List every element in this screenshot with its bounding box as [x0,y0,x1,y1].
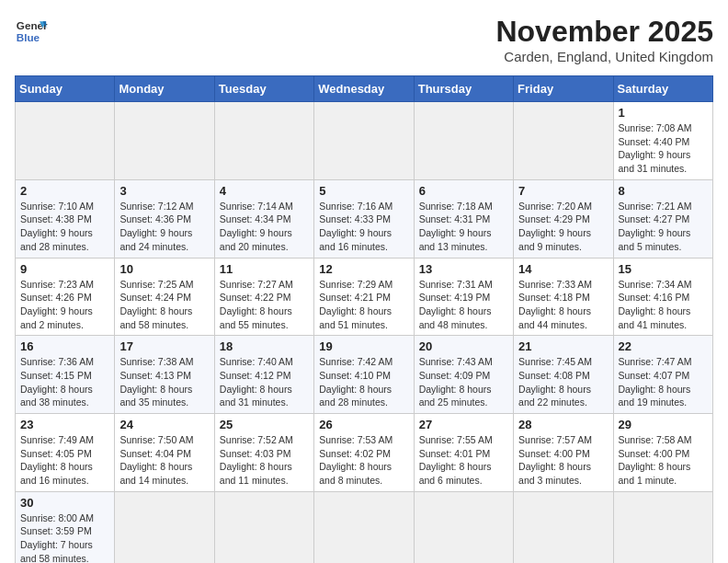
day-info: Sunrise: 7:53 AM Sunset: 4:02 PM Dayligh… [319,433,408,488]
day-info: Sunrise: 7:49 AM Sunset: 4:05 PM Dayligh… [20,433,109,488]
day-number: 16 [20,339,109,353]
column-header-thursday: Thursday [414,76,513,102]
calendar-cell [214,491,313,563]
calendar-header-row: SundayMondayTuesdayWednesdayThursdayFrid… [16,76,713,102]
column-header-saturday: Saturday [613,76,712,102]
column-header-friday: Friday [514,76,613,102]
day-info: Sunrise: 7:45 AM Sunset: 4:08 PM Dayligh… [518,355,608,409]
calendar-cell: 9Sunrise: 7:23 AM Sunset: 4:26 PM Daylig… [16,258,115,336]
day-info: Sunrise: 7:16 AM Sunset: 4:33 PM Dayligh… [319,200,408,254]
calendar-cell: 7Sunrise: 7:20 AM Sunset: 4:29 PM Daylig… [514,179,613,258]
calendar-cell: 26Sunrise: 7:53 AM Sunset: 4:02 PM Dayli… [314,414,414,492]
calendar-cell: 29Sunrise: 7:58 AM Sunset: 4:00 PM Dayli… [613,414,712,492]
calendar-cell: 12Sunrise: 7:29 AM Sunset: 4:21 PM Dayli… [314,258,414,336]
calendar-cell [214,102,313,180]
calendar-week-row: 23Sunrise: 7:49 AM Sunset: 4:05 PM Dayli… [16,414,713,492]
calendar-cell [314,491,414,563]
calendar-week-row: 9Sunrise: 7:23 AM Sunset: 4:26 PM Daylig… [16,258,713,336]
calendar-cell: 8Sunrise: 7:21 AM Sunset: 4:27 PM Daylig… [613,179,712,258]
calendar-week-row: 1Sunrise: 7:08 AM Sunset: 4:40 PM Daylig… [16,102,713,180]
day-info: Sunrise: 7:14 AM Sunset: 4:34 PM Dayligh… [220,200,309,254]
calendar-cell: 15Sunrise: 7:34 AM Sunset: 4:16 PM Dayli… [613,258,712,336]
day-number: 11 [220,262,309,276]
calendar-cell [115,491,214,563]
calendar-week-row: 16Sunrise: 7:36 AM Sunset: 4:15 PM Dayli… [16,336,713,414]
day-number: 26 [319,418,408,431]
day-number: 18 [220,339,309,353]
calendar-week-row: 30Sunrise: 8:00 AM Sunset: 3:59 PM Dayli… [16,491,713,563]
calendar-cell: 19Sunrise: 7:42 AM Sunset: 4:10 PM Dayli… [314,336,414,414]
logo-icon: General Blue [15,15,48,48]
day-info: Sunrise: 7:34 AM Sunset: 4:16 PM Dayligh… [619,278,708,332]
day-number: 20 [419,339,508,353]
day-info: Sunrise: 7:36 AM Sunset: 4:15 PM Dayligh… [20,355,109,409]
column-header-tuesday: Tuesday [214,76,313,102]
day-number: 19 [319,339,408,353]
day-number: 21 [518,339,608,353]
logo: General Blue [15,15,48,48]
day-info: Sunrise: 7:42 AM Sunset: 4:10 PM Dayligh… [319,355,408,409]
calendar-cell [16,102,115,180]
day-info: Sunrise: 7:18 AM Sunset: 4:31 PM Dayligh… [419,200,508,254]
calendar-cell [613,491,712,563]
calendar-cell: 16Sunrise: 7:36 AM Sunset: 4:15 PM Dayli… [16,336,115,414]
calendar-cell: 22Sunrise: 7:47 AM Sunset: 4:07 PM Dayli… [613,336,712,414]
day-number: 23 [20,418,109,431]
calendar-cell: 4Sunrise: 7:14 AM Sunset: 4:34 PM Daylig… [214,179,313,258]
day-number: 3 [119,184,209,198]
calendar-cell: 18Sunrise: 7:40 AM Sunset: 4:12 PM Dayli… [214,336,313,414]
calendar-cell: 13Sunrise: 7:31 AM Sunset: 4:19 PM Dayli… [414,258,513,336]
calendar-cell [414,102,513,180]
day-number: 30 [20,496,109,510]
calendar-cell: 6Sunrise: 7:18 AM Sunset: 4:31 PM Daylig… [414,179,513,258]
calendar-cell: 3Sunrise: 7:12 AM Sunset: 4:36 PM Daylig… [115,179,214,258]
column-header-wednesday: Wednesday [314,76,414,102]
day-number: 15 [619,262,708,276]
day-number: 10 [119,262,209,276]
column-header-monday: Monday [115,76,214,102]
day-number: 13 [419,262,508,276]
calendar-cell: 1Sunrise: 7:08 AM Sunset: 4:40 PM Daylig… [613,102,712,180]
day-info: Sunrise: 7:25 AM Sunset: 4:24 PM Dayligh… [119,278,209,332]
svg-text:Blue: Blue [17,31,40,43]
calendar-cell: 5Sunrise: 7:16 AM Sunset: 4:33 PM Daylig… [314,179,414,258]
day-info: Sunrise: 8:00 AM Sunset: 3:59 PM Dayligh… [20,511,109,563]
day-number: 1 [619,106,708,120]
day-number: 14 [518,262,608,276]
day-number: 6 [419,184,508,198]
calendar-cell: 14Sunrise: 7:33 AM Sunset: 4:18 PM Dayli… [514,258,613,336]
calendar-table: SundayMondayTuesdayWednesdayThursdayFrid… [15,75,713,563]
day-info: Sunrise: 7:50 AM Sunset: 4:04 PM Dayligh… [119,433,209,488]
day-info: Sunrise: 7:29 AM Sunset: 4:21 PM Dayligh… [319,278,408,332]
day-number: 2 [20,184,109,198]
calendar-cell [514,102,613,180]
day-info: Sunrise: 7:27 AM Sunset: 4:22 PM Dayligh… [220,278,309,332]
calendar-cell: 23Sunrise: 7:49 AM Sunset: 4:05 PM Dayli… [16,414,115,492]
calendar-cell: 20Sunrise: 7:43 AM Sunset: 4:09 PM Dayli… [414,336,513,414]
month-title: November 2025 [495,15,713,49]
day-number: 12 [319,262,408,276]
day-number: 4 [220,184,309,198]
day-info: Sunrise: 7:10 AM Sunset: 4:38 PM Dayligh… [20,200,109,254]
calendar-week-row: 2Sunrise: 7:10 AM Sunset: 4:38 PM Daylig… [16,179,713,258]
calendar-cell: 27Sunrise: 7:55 AM Sunset: 4:01 PM Dayli… [414,414,513,492]
day-number: 17 [119,339,209,353]
day-info: Sunrise: 7:47 AM Sunset: 4:07 PM Dayligh… [619,355,708,409]
title-area: November 2025 Carden, England, United Ki… [495,15,713,64]
day-number: 27 [419,418,508,431]
day-info: Sunrise: 7:57 AM Sunset: 4:00 PM Dayligh… [518,433,608,488]
day-number: 24 [119,418,209,431]
calendar-cell [514,491,613,563]
day-number: 22 [619,339,708,353]
day-number: 25 [220,418,309,431]
header: General Blue November 2025 Carden, Engla… [15,15,713,64]
day-info: Sunrise: 7:21 AM Sunset: 4:27 PM Dayligh… [619,200,708,254]
day-info: Sunrise: 7:20 AM Sunset: 4:29 PM Dayligh… [518,200,608,254]
calendar-cell: 21Sunrise: 7:45 AM Sunset: 4:08 PM Dayli… [514,336,613,414]
day-number: 28 [518,418,608,431]
day-info: Sunrise: 7:52 AM Sunset: 4:03 PM Dayligh… [220,433,309,488]
calendar-cell: 11Sunrise: 7:27 AM Sunset: 4:22 PM Dayli… [214,258,313,336]
day-info: Sunrise: 7:31 AM Sunset: 4:19 PM Dayligh… [419,278,508,332]
day-info: Sunrise: 7:58 AM Sunset: 4:00 PM Dayligh… [619,433,708,488]
day-info: Sunrise: 7:55 AM Sunset: 4:01 PM Dayligh… [419,433,508,488]
